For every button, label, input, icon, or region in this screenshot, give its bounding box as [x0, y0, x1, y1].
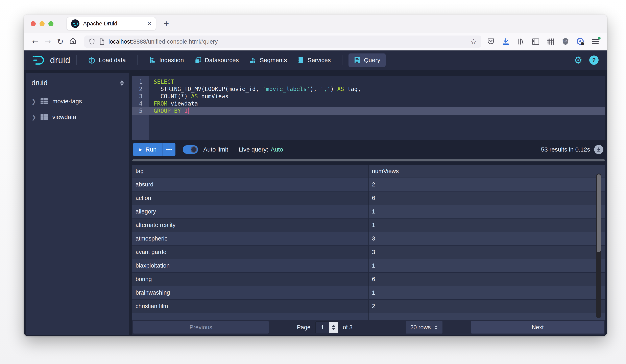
- pocket-icon[interactable]: [486, 37, 495, 46]
- cell-numviews[interactable]: 1: [369, 218, 605, 232]
- zoom-window-button[interactable]: [48, 21, 53, 26]
- minimize-window-button[interactable]: [39, 21, 44, 26]
- back-icon[interactable]: ←: [29, 37, 41, 46]
- sql-editor[interactable]: 1SELECT2 STRING_TO_MV(LOOKUP(movie_id, '…: [132, 76, 605, 140]
- cell-tag[interactable]: action: [132, 192, 369, 204]
- cell-tag[interactable]: atmospheric: [132, 232, 369, 245]
- cell-numviews[interactable]: 6: [369, 192, 605, 204]
- table-row[interactable]: boring6: [132, 272, 605, 286]
- cell-numviews[interactable]: 3: [369, 232, 605, 245]
- cell-tag[interactable]: avant garde: [132, 245, 369, 259]
- window-controls: [31, 21, 53, 26]
- forward-icon[interactable]: →: [41, 37, 54, 46]
- shield-permissions-icon[interactable]: [89, 38, 95, 45]
- chevron-right-icon: ❯: [32, 98, 36, 105]
- close-window-button[interactable]: [31, 21, 36, 26]
- druid-favicon-icon: [71, 19, 79, 28]
- table-row[interactable]: blaxploitation1: [132, 259, 605, 272]
- table-row[interactable]: action6: [132, 191, 605, 204]
- cell-tag[interactable]: brainwashing: [132, 286, 369, 299]
- cell-tag[interactable]: boring: [132, 273, 369, 286]
- editor-line-5[interactable]: 5GROUP BY 1: [132, 107, 605, 115]
- run-button-group: ▶ Run •••: [133, 143, 175, 156]
- table-row[interactable]: brainwashing1: [132, 286, 605, 299]
- schema-header[interactable]: druid: [32, 79, 124, 87]
- nav-ingestion[interactable]: Ingestion: [144, 53, 189, 67]
- table-row[interactable]: christian film2: [132, 299, 605, 313]
- tab-apache-druid[interactable]: Apache Druid ✕: [67, 17, 156, 30]
- sidebar-item-viewdata[interactable]: ❯ viewdata: [32, 113, 124, 121]
- run-button[interactable]: ▶ Run: [133, 143, 162, 156]
- cell-numviews[interactable]: 3: [369, 245, 605, 259]
- cell-numviews[interactable]: 2: [369, 178, 605, 191]
- containers-fence-icon[interactable]: [546, 37, 555, 46]
- cell-tag[interactable]: allegory: [132, 205, 369, 218]
- url-bar[interactable]: localhost:8888/unified-console.html#quer…: [84, 36, 481, 48]
- downloads-icon[interactable]: [501, 37, 510, 46]
- table-row[interactable]: absurd2: [132, 178, 605, 191]
- browser-window: Apache Druid ✕ + ← → ↻ localhost:8888/un…: [24, 14, 607, 336]
- rows-per-page-select[interactable]: 20 rows: [406, 321, 442, 333]
- editor-line-1[interactable]: 1SELECT: [132, 78, 605, 85]
- table-row[interactable]: avant garde3: [132, 245, 605, 259]
- cell-numviews[interactable]: 1: [369, 259, 605, 272]
- editor-line-4[interactable]: 4FROM viewdata: [132, 100, 605, 107]
- editor-line-3[interactable]: 3 COUNT(*) AS numViews: [132, 93, 605, 100]
- table-row[interactable]: allegory1: [132, 204, 605, 218]
- nav-datasources[interactable]: Datasources: [189, 53, 244, 67]
- menu-hamburger-icon[interactable]: [591, 37, 600, 46]
- sidebar-item-movie-tags[interactable]: ❯ movie-tags: [32, 97, 124, 106]
- cell-tag[interactable]: alternate reality: [132, 218, 369, 232]
- download-results-icon[interactable]: [594, 145, 603, 154]
- play-icon: ▶: [139, 147, 142, 152]
- druid-logo[interactable]: druid: [32, 54, 70, 66]
- nav-datasources-label: Datasources: [205, 57, 239, 64]
- previous-page-button[interactable]: Previous: [133, 321, 269, 333]
- nav-query[interactable]: Query: [349, 53, 386, 67]
- help-icon[interactable]: ?: [589, 55, 599, 65]
- rows-per-page-value: 20 rows: [410, 324, 431, 331]
- nav-load-data[interactable]: Load data: [83, 53, 131, 67]
- run-more-button[interactable]: •••: [162, 143, 175, 156]
- nav-segments[interactable]: Segments: [244, 53, 292, 67]
- library-icon[interactable]: [516, 37, 525, 46]
- live-query-control[interactable]: Live query: Auto: [238, 146, 283, 153]
- close-tab-icon[interactable]: ✕: [147, 20, 152, 27]
- page-info-icon[interactable]: [99, 38, 105, 45]
- column-header-numviews[interactable]: numViews: [369, 165, 605, 178]
- cell-numviews[interactable]: 2: [369, 300, 605, 313]
- schema-sort-icon[interactable]: [120, 80, 124, 86]
- column-header-tag[interactable]: tag: [132, 165, 369, 178]
- ublock-origin-icon[interactable]: UO: [561, 37, 570, 46]
- cell-numviews[interactable]: 1: [369, 286, 605, 299]
- table-row[interactable]: atmospheric3: [132, 232, 605, 245]
- home-icon[interactable]: [67, 37, 79, 46]
- reload-icon[interactable]: ↻: [54, 37, 67, 46]
- cell-tag[interactable]: christian film: [132, 300, 369, 313]
- stepper-down-icon[interactable]: [332, 328, 335, 330]
- cell-tag[interactable]: absurd: [132, 178, 369, 191]
- cell-numviews[interactable]: 6: [369, 273, 605, 286]
- table-scrollbar-track[interactable]: [596, 173, 601, 318]
- next-page-button[interactable]: Next: [471, 321, 604, 333]
- bookmark-star-icon[interactable]: ☆: [470, 38, 477, 46]
- svg-text:UO: UO: [563, 40, 567, 42]
- table-scrollbar-thumb[interactable]: [597, 174, 601, 252]
- live-query-value: Auto: [271, 146, 283, 153]
- settings-gear-icon[interactable]: ⚙: [574, 54, 583, 66]
- password-manager-icon[interactable]: [576, 37, 585, 46]
- cell-tag[interactable]: blaxploitation: [132, 259, 369, 272]
- panel-splitter-handle[interactable]: [132, 160, 605, 162]
- query-panel: 1SELECT2 STRING_TO_MV(LOOKUP(movie_id, '…: [132, 73, 605, 335]
- nav-services[interactable]: Services: [292, 53, 336, 67]
- cell-numviews[interactable]: 1: [369, 205, 605, 218]
- new-tab-button[interactable]: +: [163, 18, 169, 29]
- run-button-label: Run: [145, 146, 156, 153]
- sidebar-toggle-icon[interactable]: [531, 37, 540, 46]
- table-row[interactable]: alternate reality1: [132, 218, 605, 232]
- auto-limit-toggle[interactable]: [183, 145, 198, 154]
- page-stepper[interactable]: [329, 322, 338, 333]
- page-number-input[interactable]: 1: [316, 322, 329, 333]
- stepper-up-icon[interactable]: [332, 325, 335, 327]
- editor-line-2[interactable]: 2 STRING_TO_MV(LOOKUP(movie_id, 'movie_l…: [132, 85, 605, 93]
